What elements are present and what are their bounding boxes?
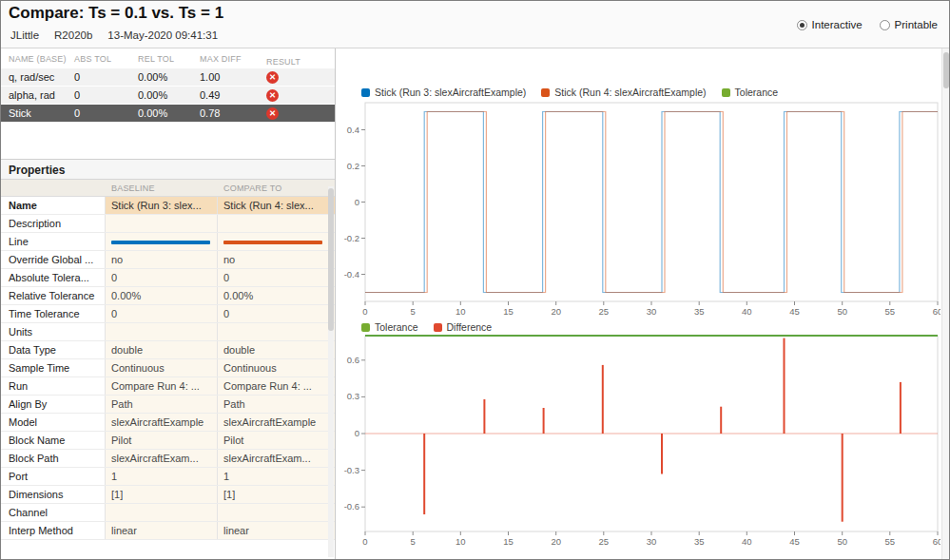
legend-item-stick-run-4-slexaircraftexample: Stick (Run 4: slexAircraftExample) (541, 87, 706, 98)
svg-text:25: 25 (599, 536, 610, 547)
property-value-compare[interactable]: linear (218, 522, 335, 539)
svg-text:35: 35 (694, 536, 705, 547)
difference-chart[interactable]: 051015202530354045505560-0.6-0.300.30.6 (337, 331, 940, 556)
signals-chart[interactable]: 051015202530354045505560-0.4-0.200.20.4 (337, 98, 940, 326)
property-value-compare[interactable]: Compare Run 4: ... (218, 377, 335, 395)
property-row-align-by: Align ByPathPath (1, 396, 335, 414)
svg-text:20: 20 (551, 306, 561, 317)
legend-label: Stick (Run 4: slexAircraftExample) (554, 87, 706, 98)
property-label: Align By (1, 396, 106, 413)
page-title: Compare: Ts = 0.1 vs. Ts = 1 (9, 4, 223, 23)
rel-tol-value: 0.00% (138, 87, 200, 104)
svg-text:60: 60 (933, 306, 940, 317)
property-row-line: Line (1, 233, 335, 251)
svg-text:10: 10 (456, 536, 466, 547)
svg-text:25: 25 (599, 306, 610, 317)
property-value-compare[interactable] (218, 504, 335, 521)
signal-name: alpha, rad (9, 87, 74, 104)
property-row-block-path: Block PathslexAircraftExam...slexAircraf… (1, 450, 335, 468)
radio-option-interactive[interactable]: Interactive (797, 19, 863, 30)
property-value-baseline[interactable]: slexAircraftExam... (106, 450, 218, 467)
baseline-line-swatch-icon (111, 241, 210, 244)
property-label: Data Type (1, 341, 106, 358)
svg-text:50: 50 (837, 306, 847, 317)
col-rel-tol: REL TOL (138, 54, 200, 68)
results-table-header: NAME (BASE) ABS TOL REL TOL MAX DIFF RES… (1, 48, 335, 68)
property-value-baseline[interactable]: Continuous (106, 359, 218, 377)
property-value-baseline[interactable]: 0.00% (106, 287, 218, 304)
property-value-compare[interactable]: 1 (218, 468, 335, 485)
property-label: Dimensions (1, 486, 106, 503)
property-value-compare[interactable]: Stick (Run 4: slex... (218, 197, 335, 214)
user-name: JLittle (10, 29, 39, 41)
property-value-baseline[interactable]: no (106, 251, 218, 268)
signal-name: q, rad/sec (9, 68, 74, 86)
plot-area-scrollbar[interactable] (941, 48, 949, 559)
property-row-time-tolerance: Time Tolerance00 (1, 305, 335, 323)
property-value-baseline[interactable]: linear (106, 522, 218, 539)
result-fail-icon: ✕ (266, 107, 279, 120)
property-value-baseline[interactable]: Path (106, 396, 218, 413)
property-label: Time Tolerance (1, 305, 106, 322)
property-value-baseline[interactable]: 1 (106, 468, 218, 485)
property-value-baseline[interactable] (106, 215, 218, 232)
property-value-compare[interactable] (218, 233, 335, 250)
properties-section-title: Properties (1, 159, 335, 180)
svg-text:60: 60 (933, 536, 940, 547)
svg-text:5: 5 (411, 536, 416, 547)
col-max-diff: MAX DIFF (200, 54, 266, 68)
release-version: R2020b (54, 29, 92, 41)
property-value-baseline[interactable]: Stick (Run 3: slex... (106, 197, 218, 214)
property-row-sample-time: Sample TimeContinuousContinuous (1, 359, 335, 377)
col-compare-to: COMPARE TO (218, 183, 335, 193)
property-value-baseline[interactable] (106, 504, 218, 521)
legend-label: Tolerance (735, 87, 779, 98)
property-value-baseline[interactable]: slexAircraftExample (106, 414, 218, 431)
svg-text:15: 15 (503, 306, 514, 317)
properties-scrollbar[interactable] (328, 186, 334, 557)
rel-tol-value: 0.00% (138, 68, 200, 86)
radio-printable-icon[interactable] (880, 20, 890, 30)
property-value-compare[interactable]: Continuous (218, 359, 335, 377)
property-value-compare[interactable]: slexAircraftExam... (218, 450, 335, 467)
max-diff-value: 0.49 (200, 87, 266, 104)
property-value-baseline[interactable]: 0 (106, 269, 218, 286)
property-label: Port (1, 468, 106, 485)
results-row-alpha-rad[interactable]: alpha, rad 0 0.00% 0.49 ✕ (1, 87, 335, 105)
property-value-compare[interactable] (218, 323, 335, 340)
property-value-baseline[interactable]: Pilot (106, 432, 218, 449)
property-value-compare[interactable]: slexAircraftExample (218, 414, 335, 431)
svg-text:30: 30 (647, 536, 657, 547)
property-label: Block Path (1, 450, 106, 467)
property-value-baseline[interactable]: double (106, 341, 218, 358)
property-value-baseline[interactable] (106, 323, 218, 340)
property-value-compare[interactable]: [1] (218, 486, 335, 503)
property-value-compare[interactable]: 0.00% (218, 287, 335, 304)
legend-item-stick-run-3-slexaircraftexample: Stick (Run 3: slexAircraftExample) (361, 87, 526, 98)
radio-interactive-icon[interactable] (797, 20, 807, 30)
radio-option-printable[interactable]: Printable (880, 19, 938, 30)
legend-swatch-icon (541, 88, 550, 97)
comparison-sidebar: NAME (BASE) ABS TOL REL TOL MAX DIFF RES… (1, 48, 336, 559)
svg-text:55: 55 (885, 536, 896, 547)
plot-area: Stick (Run 3: slexAircraftExample)Stick … (337, 48, 949, 559)
svg-text:0: 0 (362, 306, 367, 317)
property-value-compare[interactable]: Path (218, 396, 335, 413)
property-row-run: RunCompare Run 4: ...Compare Run 4: ... (1, 377, 335, 396)
scrollbar-thumb[interactable] (328, 188, 334, 331)
property-value-baseline[interactable]: 0 (106, 305, 218, 322)
results-row-stick[interactable]: Stick 0 0.00% 0.78 ✕ (1, 105, 335, 123)
property-value-compare[interactable]: 0 (218, 305, 335, 322)
property-value-compare[interactable]: 0 (218, 269, 335, 286)
property-value-compare[interactable]: no (218, 251, 335, 268)
property-value-compare[interactable]: double (218, 341, 335, 358)
property-value-compare[interactable] (218, 215, 335, 232)
results-row-q-rad-sec[interactable]: q, rad/sec 0 0.00% 1.00 ✕ (1, 68, 335, 87)
property-value-compare[interactable]: Pilot (218, 432, 335, 449)
property-value-baseline[interactable] (106, 233, 218, 250)
property-value-baseline[interactable]: Compare Run 4: ... (106, 377, 218, 395)
property-value-baseline[interactable]: [1] (106, 486, 218, 503)
results-table-empty-area (1, 123, 335, 159)
property-row-channel: Channel (1, 504, 335, 522)
scrollbar-thumb[interactable] (943, 52, 949, 88)
